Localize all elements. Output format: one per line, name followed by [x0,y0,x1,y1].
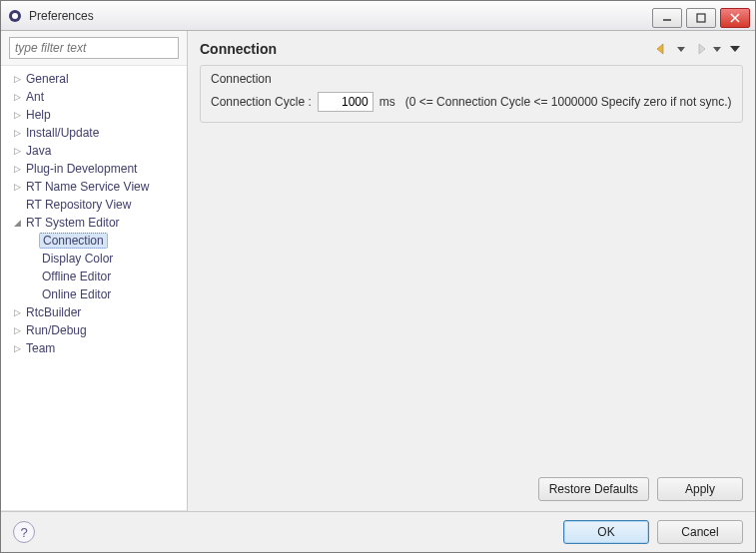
apply-button[interactable]: Apply [657,477,743,501]
minimize-button[interactable] [652,8,682,28]
footer-buttons: OK Cancel [563,520,743,544]
restore-defaults-button[interactable]: Restore Defaults [538,477,649,501]
tree-item-run-debug[interactable]: ▷Run/Debug [5,321,187,339]
tree-item-help[interactable]: ▷Help [5,106,187,124]
filter-box [9,37,179,59]
arrow-collapsed-icon: ▷ [11,110,23,120]
arrow-collapsed-icon: ▷ [11,325,23,335]
tree-item-label: Online Editor [39,287,114,301]
arrow-collapsed-icon: ▷ [11,74,23,84]
titlebar: Preferences [1,1,755,31]
tree-item-label: Offline Editor [39,270,114,283]
connection-cycle-row: Connection Cycle : ms (0 <= Connection C… [211,92,732,112]
tree-item-java[interactable]: ▷Java [5,142,187,160]
app-icon [7,8,23,24]
tree-item-team[interactable]: ▷Team [5,339,187,357]
forward-menu-icon[interactable] [709,41,725,57]
maximize-button[interactable] [686,8,716,28]
page-buttons: Restore Defaults Apply [188,469,755,511]
tree-item-offline-editor[interactable]: Offline Editor [5,268,187,285]
tree-item-label: Ant [23,90,47,104]
tree-item-label: Install/Update [23,126,102,140]
tree-item-plug-in-development[interactable]: ▷Plug-in Development [5,160,187,178]
tree-item-rt-name-service-view[interactable]: ▷RT Name Service View [5,178,187,196]
main-panel: Connection [188,31,755,511]
tree-item-label: Plug-in Development [23,162,140,176]
tree-item-ant[interactable]: ▷Ant [5,88,187,106]
cancel-button[interactable]: Cancel [657,520,743,544]
tree-item-connection[interactable]: Connection [5,232,187,250]
forward-icon[interactable] [691,41,707,57]
svg-point-1 [12,13,18,19]
page-header: Connection [188,31,755,65]
arrow-collapsed-icon: ▷ [11,164,23,174]
tree-item-display-color[interactable]: Display Color [5,250,187,268]
footer: ? OK Cancel [1,511,755,552]
arrow-collapsed-icon: ▷ [11,182,23,192]
tree-item-online-editor[interactable]: Online Editor [5,285,187,303]
window-title: Preferences [29,9,650,23]
close-button[interactable] [720,8,750,28]
arrow-collapsed-icon: ▷ [11,92,23,102]
svg-rect-3 [697,14,705,22]
connection-group: Connection Connection Cycle : ms (0 <= C… [200,65,743,123]
tree-item-rtcbuilder[interactable]: ▷RtcBuilder [5,303,187,321]
connection-cycle-label: Connection Cycle : [211,95,312,109]
page-toolbar [655,41,743,57]
arrow-collapsed-icon: ▷ [11,146,23,156]
connection-cycle-hint: (0 <= Connection Cycle <= 1000000 Specif… [405,95,732,109]
connection-cycle-unit: ms [379,95,395,109]
arrow-collapsed-icon: ▷ [11,343,23,353]
help-icon[interactable]: ? [13,521,35,543]
group-title: Connection [211,66,732,92]
back-menu-icon[interactable] [673,41,689,57]
tree-item-general[interactable]: ▷General [5,70,187,88]
tree-item-label: Display Color [39,252,116,266]
preferences-tree[interactable]: ▷General▷Ant▷Help▷Install/Update▷Java▷Pl… [1,65,187,511]
tree-item-label: RT Name Service View [23,180,152,194]
tree-item-label: RtcBuilder [23,305,84,319]
preferences-window: Preferences ▷General▷Ant▷Help▷Install/Up… [0,0,756,553]
tree-item-label: Help [23,108,54,122]
view-menu-icon[interactable] [727,41,743,57]
tree-item-install-update[interactable]: ▷Install/Update [5,124,187,142]
tree-item-label: RT Repository View [23,198,134,212]
tree-item-rt-repository-view[interactable]: RT Repository View [5,196,187,214]
tree-item-label: Run/Debug [23,323,90,337]
sidebar: ▷General▷Ant▷Help▷Install/Update▷Java▷Pl… [1,31,188,511]
page-title: Connection [200,41,655,57]
arrow-collapsed-icon: ▷ [11,128,23,138]
arrow-expanded-icon: ◢ [11,218,23,228]
tree-item-rt-system-editor[interactable]: ◢RT System Editor [5,214,187,232]
tree-item-label: RT System Editor [23,216,123,230]
tree-item-label: Connection [39,233,108,249]
window-controls [650,4,755,28]
filter-input[interactable] [9,37,179,59]
arrow-collapsed-icon: ▷ [11,307,23,317]
back-icon[interactable] [655,41,671,57]
ok-button[interactable]: OK [563,520,649,544]
tree-item-label: General [23,72,72,86]
tree-item-label: Team [23,341,58,355]
tree-item-label: Java [23,144,54,158]
connection-cycle-input[interactable] [318,92,374,112]
